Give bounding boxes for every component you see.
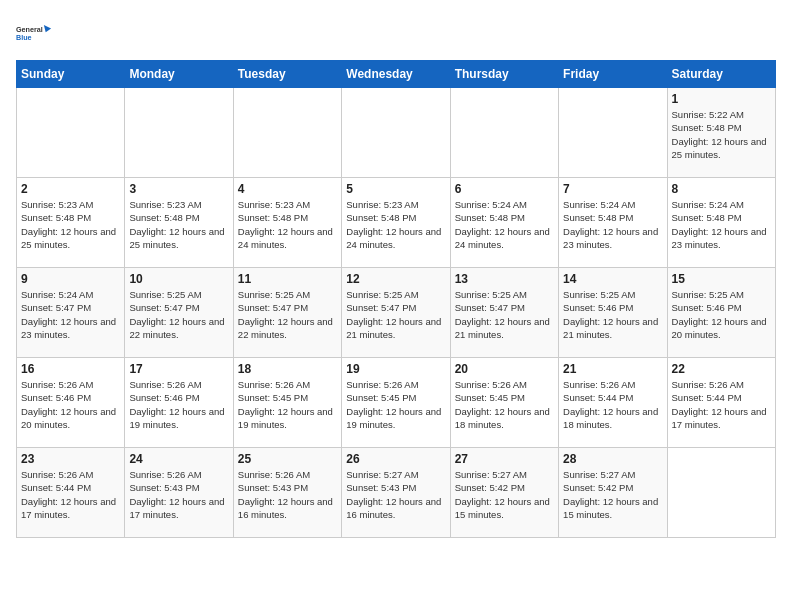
calendar-day-21: 21Sunrise: 5:26 AMSunset: 5:44 PMDayligh… bbox=[559, 358, 667, 448]
day-number: 10 bbox=[129, 272, 228, 286]
day-number: 13 bbox=[455, 272, 554, 286]
day-header-sunday: Sunday bbox=[17, 61, 125, 88]
day-number: 24 bbox=[129, 452, 228, 466]
day-info: Sunrise: 5:24 AMSunset: 5:48 PMDaylight:… bbox=[455, 198, 554, 251]
svg-text:Blue: Blue bbox=[16, 33, 32, 42]
day-info: Sunrise: 5:24 AMSunset: 5:47 PMDaylight:… bbox=[21, 288, 120, 341]
day-number: 25 bbox=[238, 452, 337, 466]
day-number: 23 bbox=[21, 452, 120, 466]
calendar-week-row: 23Sunrise: 5:26 AMSunset: 5:44 PMDayligh… bbox=[17, 448, 776, 538]
calendar-day-15: 15Sunrise: 5:25 AMSunset: 5:46 PMDayligh… bbox=[667, 268, 775, 358]
day-number: 18 bbox=[238, 362, 337, 376]
day-number: 27 bbox=[455, 452, 554, 466]
day-info: Sunrise: 5:27 AMSunset: 5:43 PMDaylight:… bbox=[346, 468, 445, 521]
calendar-empty-cell bbox=[233, 88, 341, 178]
day-info: Sunrise: 5:24 AMSunset: 5:48 PMDaylight:… bbox=[563, 198, 662, 251]
day-number: 20 bbox=[455, 362, 554, 376]
day-info: Sunrise: 5:25 AMSunset: 5:47 PMDaylight:… bbox=[455, 288, 554, 341]
day-info: Sunrise: 5:23 AMSunset: 5:48 PMDaylight:… bbox=[129, 198, 228, 251]
calendar-week-row: 1Sunrise: 5:22 AMSunset: 5:48 PMDaylight… bbox=[17, 88, 776, 178]
day-info: Sunrise: 5:26 AMSunset: 5:44 PMDaylight:… bbox=[672, 378, 771, 431]
day-info: Sunrise: 5:27 AMSunset: 5:42 PMDaylight:… bbox=[563, 468, 662, 521]
day-info: Sunrise: 5:26 AMSunset: 5:43 PMDaylight:… bbox=[238, 468, 337, 521]
day-number: 14 bbox=[563, 272, 662, 286]
day-number: 16 bbox=[21, 362, 120, 376]
calendar-week-row: 2Sunrise: 5:23 AMSunset: 5:48 PMDaylight… bbox=[17, 178, 776, 268]
calendar-empty-cell bbox=[450, 88, 558, 178]
calendar-empty-cell bbox=[342, 88, 450, 178]
logo: GeneralBlue bbox=[16, 16, 52, 52]
day-number: 26 bbox=[346, 452, 445, 466]
day-info: Sunrise: 5:26 AMSunset: 5:45 PMDaylight:… bbox=[455, 378, 554, 431]
day-number: 28 bbox=[563, 452, 662, 466]
calendar-header-row: SundayMondayTuesdayWednesdayThursdayFrid… bbox=[17, 61, 776, 88]
calendar-day-7: 7Sunrise: 5:24 AMSunset: 5:48 PMDaylight… bbox=[559, 178, 667, 268]
day-info: Sunrise: 5:25 AMSunset: 5:46 PMDaylight:… bbox=[563, 288, 662, 341]
calendar-day-13: 13Sunrise: 5:25 AMSunset: 5:47 PMDayligh… bbox=[450, 268, 558, 358]
calendar-day-18: 18Sunrise: 5:26 AMSunset: 5:45 PMDayligh… bbox=[233, 358, 341, 448]
day-header-wednesday: Wednesday bbox=[342, 61, 450, 88]
calendar-day-11: 11Sunrise: 5:25 AMSunset: 5:47 PMDayligh… bbox=[233, 268, 341, 358]
day-number: 6 bbox=[455, 182, 554, 196]
calendar-empty-cell bbox=[17, 88, 125, 178]
calendar-day-25: 25Sunrise: 5:26 AMSunset: 5:43 PMDayligh… bbox=[233, 448, 341, 538]
day-info: Sunrise: 5:27 AMSunset: 5:42 PMDaylight:… bbox=[455, 468, 554, 521]
day-info: Sunrise: 5:26 AMSunset: 5:44 PMDaylight:… bbox=[21, 468, 120, 521]
day-number: 15 bbox=[672, 272, 771, 286]
day-number: 5 bbox=[346, 182, 445, 196]
calendar-empty-cell bbox=[667, 448, 775, 538]
day-info: Sunrise: 5:25 AMSunset: 5:46 PMDaylight:… bbox=[672, 288, 771, 341]
day-info: Sunrise: 5:25 AMSunset: 5:47 PMDaylight:… bbox=[238, 288, 337, 341]
day-info: Sunrise: 5:26 AMSunset: 5:46 PMDaylight:… bbox=[21, 378, 120, 431]
svg-marker-2 bbox=[44, 25, 51, 32]
day-info: Sunrise: 5:26 AMSunset: 5:46 PMDaylight:… bbox=[129, 378, 228, 431]
day-number: 2 bbox=[21, 182, 120, 196]
calendar-week-row: 9Sunrise: 5:24 AMSunset: 5:47 PMDaylight… bbox=[17, 268, 776, 358]
day-info: Sunrise: 5:23 AMSunset: 5:48 PMDaylight:… bbox=[346, 198, 445, 251]
calendar-empty-cell bbox=[559, 88, 667, 178]
svg-text:General: General bbox=[16, 25, 43, 34]
day-info: Sunrise: 5:24 AMSunset: 5:48 PMDaylight:… bbox=[672, 198, 771, 251]
calendar-day-1: 1Sunrise: 5:22 AMSunset: 5:48 PMDaylight… bbox=[667, 88, 775, 178]
logo-icon: GeneralBlue bbox=[16, 16, 52, 52]
calendar-day-12: 12Sunrise: 5:25 AMSunset: 5:47 PMDayligh… bbox=[342, 268, 450, 358]
day-info: Sunrise: 5:25 AMSunset: 5:47 PMDaylight:… bbox=[129, 288, 228, 341]
calendar-day-22: 22Sunrise: 5:26 AMSunset: 5:44 PMDayligh… bbox=[667, 358, 775, 448]
calendar-day-16: 16Sunrise: 5:26 AMSunset: 5:46 PMDayligh… bbox=[17, 358, 125, 448]
day-info: Sunrise: 5:25 AMSunset: 5:47 PMDaylight:… bbox=[346, 288, 445, 341]
day-number: 7 bbox=[563, 182, 662, 196]
calendar-day-19: 19Sunrise: 5:26 AMSunset: 5:45 PMDayligh… bbox=[342, 358, 450, 448]
calendar-day-3: 3Sunrise: 5:23 AMSunset: 5:48 PMDaylight… bbox=[125, 178, 233, 268]
day-info: Sunrise: 5:26 AMSunset: 5:45 PMDaylight:… bbox=[238, 378, 337, 431]
calendar-day-4: 4Sunrise: 5:23 AMSunset: 5:48 PMDaylight… bbox=[233, 178, 341, 268]
calendar-day-2: 2Sunrise: 5:23 AMSunset: 5:48 PMDaylight… bbox=[17, 178, 125, 268]
calendar-week-row: 16Sunrise: 5:26 AMSunset: 5:46 PMDayligh… bbox=[17, 358, 776, 448]
calendar-day-26: 26Sunrise: 5:27 AMSunset: 5:43 PMDayligh… bbox=[342, 448, 450, 538]
day-number: 12 bbox=[346, 272, 445, 286]
day-number: 8 bbox=[672, 182, 771, 196]
day-number: 22 bbox=[672, 362, 771, 376]
calendar-day-14: 14Sunrise: 5:25 AMSunset: 5:46 PMDayligh… bbox=[559, 268, 667, 358]
calendar-day-5: 5Sunrise: 5:23 AMSunset: 5:48 PMDaylight… bbox=[342, 178, 450, 268]
calendar-day-27: 27Sunrise: 5:27 AMSunset: 5:42 PMDayligh… bbox=[450, 448, 558, 538]
calendar-day-24: 24Sunrise: 5:26 AMSunset: 5:43 PMDayligh… bbox=[125, 448, 233, 538]
day-header-saturday: Saturday bbox=[667, 61, 775, 88]
day-info: Sunrise: 5:23 AMSunset: 5:48 PMDaylight:… bbox=[21, 198, 120, 251]
day-header-monday: Monday bbox=[125, 61, 233, 88]
calendar-day-6: 6Sunrise: 5:24 AMSunset: 5:48 PMDaylight… bbox=[450, 178, 558, 268]
day-number: 4 bbox=[238, 182, 337, 196]
calendar-empty-cell bbox=[125, 88, 233, 178]
day-number: 9 bbox=[21, 272, 120, 286]
day-info: Sunrise: 5:26 AMSunset: 5:44 PMDaylight:… bbox=[563, 378, 662, 431]
day-header-tuesday: Tuesday bbox=[233, 61, 341, 88]
day-number: 21 bbox=[563, 362, 662, 376]
calendar-day-28: 28Sunrise: 5:27 AMSunset: 5:42 PMDayligh… bbox=[559, 448, 667, 538]
calendar-table: SundayMondayTuesdayWednesdayThursdayFrid… bbox=[16, 60, 776, 538]
day-number: 11 bbox=[238, 272, 337, 286]
calendar-day-9: 9Sunrise: 5:24 AMSunset: 5:47 PMDaylight… bbox=[17, 268, 125, 358]
day-info: Sunrise: 5:22 AMSunset: 5:48 PMDaylight:… bbox=[672, 108, 771, 161]
day-number: 3 bbox=[129, 182, 228, 196]
day-header-friday: Friday bbox=[559, 61, 667, 88]
day-info: Sunrise: 5:26 AMSunset: 5:45 PMDaylight:… bbox=[346, 378, 445, 431]
day-number: 17 bbox=[129, 362, 228, 376]
